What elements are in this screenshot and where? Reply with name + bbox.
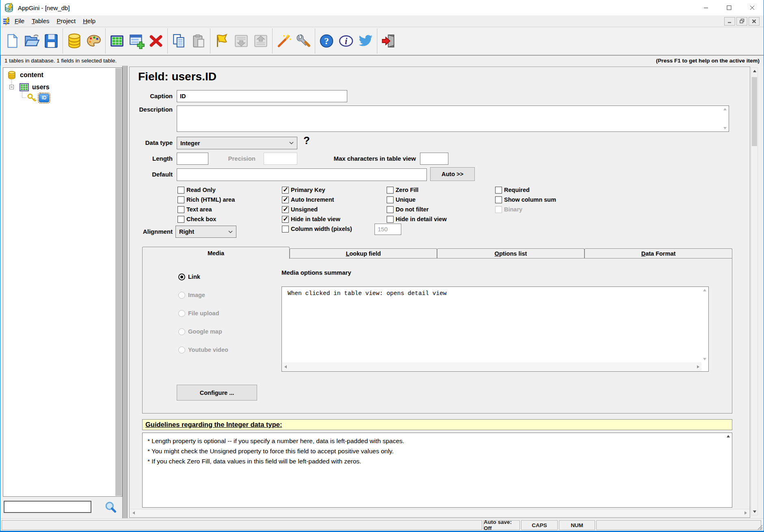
statusbar-message-panel — [2, 520, 482, 530]
twitter-button[interactable] — [356, 29, 375, 53]
tree-collapse-toggle[interactable] — [9, 85, 14, 89]
datatype-help-icon[interactable]: ? — [303, 134, 310, 147]
panel-splitter[interactable] — [122, 66, 128, 519]
maxchars-input[interactable] — [420, 153, 448, 165]
guidelines-header: Guidelines regarding the Integer data ty… — [142, 419, 732, 430]
close-button[interactable] — [740, 0, 764, 15]
magic-wand-icon — [276, 33, 292, 49]
exit-icon — [381, 33, 397, 49]
checkbox-column-width[interactable]: Column width (pixels) — [282, 225, 352, 233]
add-field-button[interactable] — [127, 29, 146, 53]
checkbox-primary-key[interactable]: Primary Key — [282, 186, 325, 194]
database-icon — [7, 71, 16, 80]
main-vscrollbar-thumb[interactable] — [752, 77, 757, 146]
alignment-select[interactable]: Right — [175, 226, 236, 238]
tree-node-database[interactable]: content — [7, 70, 43, 80]
autosave-indicator: Auto save: Off — [483, 520, 520, 530]
checkbox-unique[interactable]: Unique — [387, 196, 416, 204]
tree-scrollbar[interactable] — [115, 68, 121, 496]
new-button[interactable] — [2, 29, 22, 53]
tab-lookup-field[interactable]: Lookup field — [290, 248, 437, 258]
minimize-button[interactable] — [694, 0, 717, 15]
menu-tables[interactable]: Tables — [28, 16, 53, 26]
status-bar: Auto save: Off CAPS NUM — [0, 518, 764, 531]
about-button[interactable]: i — [336, 29, 356, 53]
checkbox-show-column-sum[interactable]: Show column sum — [495, 196, 556, 204]
tree-node-field[interactable]: ID — [27, 93, 49, 103]
description-scrollbar[interactable] — [722, 107, 728, 131]
resize-grip[interactable] — [757, 524, 763, 530]
main-hscrollbar[interactable] — [130, 509, 749, 517]
auto-default-button[interactable]: Auto >> — [430, 167, 475, 181]
checkbox-rich-html-area[interactable]: Rich (HTML) area — [177, 196, 235, 204]
default-input[interactable] — [177, 168, 427, 181]
maximize-button[interactable] — [717, 0, 740, 15]
datatype-select[interactable]: Integer — [177, 137, 297, 149]
menu-help[interactable]: Help — [79, 16, 99, 26]
toolbar-separator — [210, 28, 210, 54]
description-label: Description — [130, 106, 173, 113]
theme-button[interactable] — [84, 29, 104, 53]
checkbox-text-area[interactable]: Text area — [177, 205, 212, 213]
checkbox-unsigned[interactable]: Unsigned — [282, 205, 318, 213]
configure-button[interactable]: Configure ... — [177, 385, 257, 401]
tree-connector — [22, 97, 26, 98]
checkbox-do-not-filter[interactable]: Do not filter — [387, 205, 429, 213]
menu-file[interactable]: File — [11, 16, 28, 26]
description-textarea[interactable] — [177, 106, 729, 132]
help-button[interactable]: ? — [317, 29, 336, 53]
new-table-button[interactable] — [107, 29, 127, 53]
flag-button[interactable] — [212, 29, 232, 53]
mdi-close-button[interactable] — [749, 17, 760, 26]
tab-options-list[interactable]: Options list — [437, 248, 584, 258]
tree-node-table[interactable]: users — [19, 82, 50, 92]
chevron-down-icon — [289, 142, 294, 144]
field-id-badge[interactable]: ID — [39, 94, 49, 102]
menu-project[interactable]: Project — [53, 16, 80, 26]
toolbar-separator — [105, 28, 106, 54]
help-hint-text: (Press F1 to get help on the active item… — [656, 58, 760, 64]
column-width-input[interactable] — [374, 224, 401, 235]
mdi-minimize-button[interactable] — [724, 17, 735, 26]
delete-button[interactable] — [146, 29, 166, 53]
search-icon[interactable] — [104, 501, 117, 513]
options-button[interactable] — [294, 29, 313, 53]
mdi-restore-button[interactable] — [736, 17, 747, 26]
guidelines-box: * Length property is optional -- if you … — [142, 433, 732, 508]
add-field-icon — [128, 33, 145, 49]
database-properties-button[interactable] — [65, 29, 84, 53]
checkbox-hide-in-table-view[interactable]: Hide in table view — [282, 215, 340, 223]
tree-node-label: users — [32, 84, 50, 91]
checkbox-binary: Binary — [495, 205, 522, 213]
media-summary-box[interactable]: When clicked in table view: opens detail… — [281, 286, 709, 372]
length-label: Length — [130, 155, 173, 162]
summary-vscrollbar[interactable] — [702, 288, 708, 362]
tab-data-format[interactable]: Data Format — [584, 248, 732, 258]
radio-google-map: Google map — [178, 327, 222, 336]
length-input[interactable] — [177, 153, 208, 165]
default-label: Default — [130, 171, 173, 178]
checkbox-check-box[interactable]: Check box — [177, 215, 216, 223]
save-button[interactable] — [41, 29, 61, 53]
guideline-line: * You might check the Unsigned property … — [147, 446, 727, 456]
caption-label: Caption — [130, 93, 173, 99]
exit-button[interactable] — [379, 29, 398, 53]
summary-hscrollbar[interactable] — [282, 362, 701, 371]
tools-icon — [295, 33, 312, 49]
radio-youtube-video: Youtube video — [178, 346, 228, 354]
guidelines-scrollbar[interactable] — [725, 434, 731, 458]
caption-input[interactable] — [177, 90, 347, 102]
toolbar-separator — [63, 28, 63, 54]
checkbox-hide-in-detail-view[interactable]: Hide in detail view — [387, 215, 447, 223]
radio-link[interactable]: Link — [178, 273, 200, 281]
checkbox-required[interactable]: Required — [495, 186, 530, 194]
copy-button[interactable] — [169, 29, 189, 53]
checkbox-zero-fill[interactable]: Zero Fill — [387, 186, 418, 194]
checkbox-auto-increment[interactable]: Auto Increment — [282, 196, 334, 204]
guidelines-title: Guidelines regarding the Integer data ty… — [145, 421, 282, 429]
checkbox-read-only[interactable]: Read Only — [177, 186, 216, 194]
tab-media[interactable]: Media — [142, 247, 290, 259]
open-button[interactable] — [22, 29, 41, 53]
generate-button[interactable] — [274, 29, 294, 53]
search-input[interactable] — [4, 501, 91, 513]
